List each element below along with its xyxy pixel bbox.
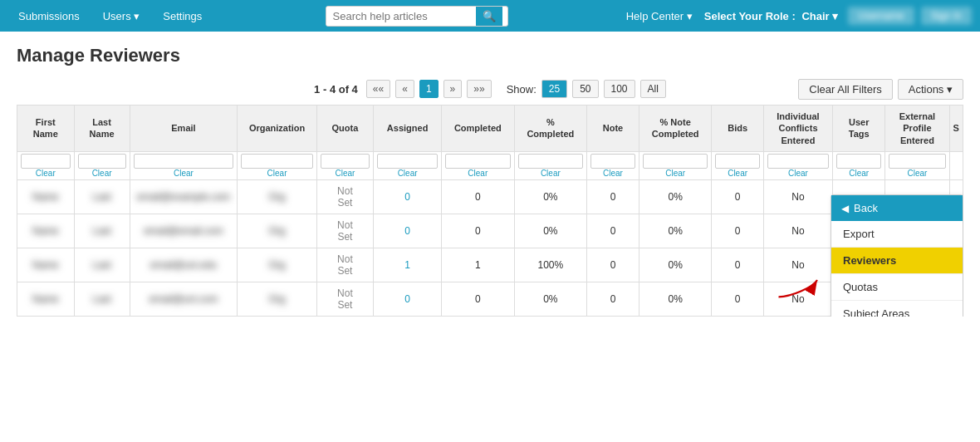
filter-first-input[interactable]	[21, 154, 71, 169]
filter-tags-clear[interactable]: Clear	[836, 169, 881, 178]
filter-org-clear[interactable]: Clear	[241, 169, 312, 178]
cell-quota-1: NotSet	[316, 179, 373, 214]
pagination-first[interactable]: ««	[366, 80, 390, 98]
filter-org: Clear	[238, 151, 316, 179]
nav-settings[interactable]: Settings	[153, 3, 212, 29]
filter-email: Clear	[130, 151, 238, 179]
cell-last-2: Last	[74, 214, 130, 248]
table-row: Name Last email@email.com Org NotSet 0 0…	[17, 214, 963, 248]
nav-submissions[interactable]: Submissions	[8, 3, 90, 29]
cell-first-3: Name	[17, 248, 75, 282]
filter-ext-profile: Clear	[885, 151, 949, 179]
pagination-prev[interactable]: «	[395, 80, 414, 98]
cell-completed-1: 0	[442, 179, 515, 214]
cell-org-2: Org	[238, 214, 316, 248]
dropdown-back-button[interactable]: ◀ Back	[831, 195, 963, 221]
dropdown-reviewers[interactable]: Reviewers	[831, 248, 963, 274]
clear-filters-button[interactable]: Clear All Filters	[798, 79, 892, 100]
table-controls: 1 - 4 of 4 «« « 1 » »» Show: 25 50 100 A…	[17, 80, 963, 98]
filter-pct-clear[interactable]: Clear	[518, 169, 584, 178]
filter-last-input[interactable]	[78, 154, 126, 169]
filter-completed-input[interactable]	[445, 154, 511, 169]
filter-conflicts-clear[interactable]: Clear	[767, 169, 829, 178]
nav-users[interactable]: Users	[93, 3, 150, 29]
pagination-current[interactable]: 1	[419, 80, 439, 98]
filter-email-input[interactable]	[134, 154, 234, 169]
cell-quota-4: NotSet	[316, 282, 373, 316]
cell-bids-2: 0	[712, 214, 763, 248]
dropdown-quotas[interactable]: Quotas	[831, 274, 963, 301]
cell-bids-3: 0	[712, 248, 763, 282]
cell-pct-note-4: 0%	[639, 282, 712, 316]
user-name: Username	[848, 7, 914, 25]
cell-completed-2: 0	[442, 214, 515, 248]
actions-dropdown: ◀ Back Export Reviewers Quotas Subject A…	[831, 194, 963, 317]
filter-pct-input[interactable]	[518, 154, 584, 169]
search-button[interactable]: 🔍	[476, 7, 502, 26]
show-all[interactable]: All	[640, 80, 666, 98]
pagination-next[interactable]: »	[443, 80, 463, 98]
filter-note-clear[interactable]: Clear	[590, 169, 635, 178]
col-user-tags: UserTags	[833, 106, 885, 152]
col-s: S	[949, 106, 963, 152]
filter-email-clear[interactable]: Clear	[134, 169, 234, 178]
filter-last-clear[interactable]: Clear	[78, 169, 126, 178]
cell-note-3: 0	[587, 248, 639, 282]
controls-right: Clear All Filters Actions	[798, 79, 963, 100]
filter-conflicts: Clear	[763, 151, 832, 179]
filter-assigned-input[interactable]	[377, 154, 438, 169]
show-100[interactable]: 100	[604, 80, 635, 98]
filter-org-input[interactable]	[241, 154, 312, 169]
search-input[interactable]	[326, 7, 476, 26]
col-pct-note: % NoteCompleted	[639, 106, 712, 152]
cell-note-4: 0	[587, 282, 639, 316]
col-organization: Organization	[238, 106, 316, 152]
col-first-name: FirstName	[17, 106, 75, 152]
col-completed: Completed	[442, 106, 515, 152]
pagination-last[interactable]: »»	[467, 80, 491, 98]
filter-first-clear[interactable]: Clear	[21, 169, 71, 178]
filter-quota-clear[interactable]: Clear	[321, 169, 370, 178]
filter-ext-input[interactable]	[889, 154, 945, 169]
filter-assigned-clear[interactable]: Clear	[377, 169, 438, 178]
filter-quota-input[interactable]	[321, 154, 370, 169]
sign-in-button[interactable]: Sign In	[921, 7, 972, 25]
filter-bids-clear[interactable]: Clear	[715, 169, 759, 178]
cell-pct-1: 0%	[514, 179, 587, 214]
nav-help-center[interactable]: Help Center	[621, 3, 698, 29]
filter-conflicts-input[interactable]	[767, 154, 829, 169]
cell-email-4: email@uni.com	[130, 282, 238, 316]
col-bids: Bids	[712, 106, 763, 152]
filter-bids-input[interactable]	[715, 154, 759, 169]
filter-pct: Clear	[514, 151, 587, 179]
cell-conflicts-4: No	[763, 282, 832, 316]
table-container: FirstName LastName Email Organization Qu…	[17, 105, 963, 317]
role-dropdown[interactable]: Chair	[798, 10, 841, 22]
filter-tags-input[interactable]	[836, 154, 881, 169]
filter-pct-note-clear[interactable]: Clear	[643, 169, 708, 178]
filter-pct-note-input[interactable]	[643, 154, 708, 169]
dropdown-export[interactable]: Export	[831, 221, 963, 248]
cell-org-1: Org	[238, 179, 316, 214]
cell-quota-3: NotSet	[316, 248, 373, 282]
col-assigned: Assigned	[374, 106, 442, 152]
show-25[interactable]: 25	[541, 80, 567, 98]
nav-bar: Submissions Users Settings 🔍 Help Center…	[0, 0, 980, 32]
filter-pct-note: Clear	[639, 151, 712, 179]
show-50[interactable]: 50	[572, 80, 598, 98]
search-wrapper: 🔍	[215, 6, 617, 27]
cell-last-3: Last	[74, 248, 130, 282]
cell-email-2: email@email.com	[130, 214, 238, 248]
filter-note: Clear	[587, 151, 639, 179]
filter-first-name: Clear	[17, 151, 75, 179]
actions-button[interactable]: Actions	[898, 79, 963, 100]
cell-conflicts-2: No	[763, 214, 832, 248]
filter-ext-clear[interactable]: Clear	[889, 169, 945, 178]
dropdown-subject-areas[interactable]: Subject Areas	[831, 301, 963, 317]
show-label: Show:	[507, 83, 537, 96]
cell-bids-4: 0	[712, 282, 763, 316]
filter-note-input[interactable]	[590, 154, 635, 169]
filter-completed-clear[interactable]: Clear	[445, 169, 511, 178]
cell-conflicts-3: No	[763, 248, 832, 282]
cell-assigned-2: 0	[374, 214, 442, 248]
